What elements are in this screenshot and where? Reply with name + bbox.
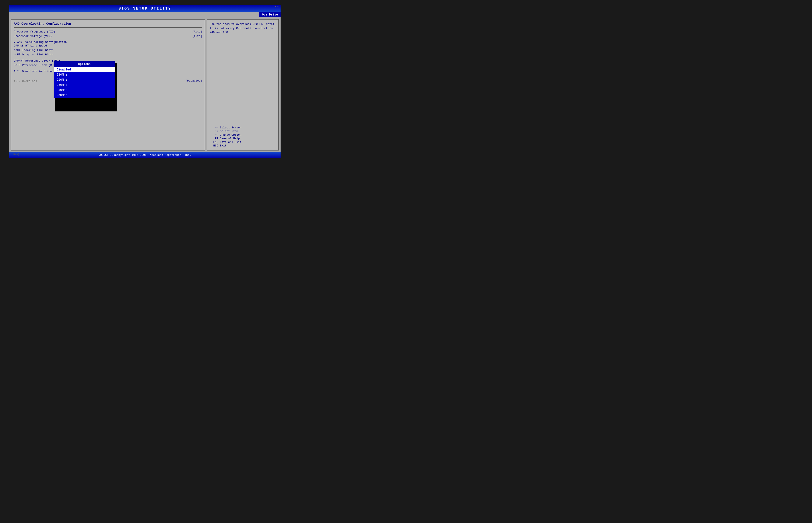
keybind-desc-help: General Help	[220, 137, 240, 140]
dropdown-option-230mhz[interactable]: 230Mhz	[54, 82, 115, 88]
main-content: AMD Overclocking Configuration Processor…	[9, 17, 281, 152]
keybind-key-plusminus: +-	[210, 133, 218, 137]
right-panel: Use the item to overclock CPU FSB Note: …	[207, 19, 279, 150]
keybind-key-esc: ESC	[210, 144, 218, 147]
processor-voltage-label: Processor Voltage (VID)	[14, 35, 52, 38]
dropdown-option-disabled[interactable]: Disabled	[54, 67, 115, 72]
processor-frequency-item[interactable]: Processor Frequency (FID) [Auto]	[14, 30, 202, 34]
processor-frequency-label: Processor Frequency (FID)	[14, 30, 55, 33]
options-dropdown[interactable]: Options Disabled 210Mhz 220Mhz 230Mhz 24…	[54, 61, 115, 98]
spacer2	[14, 57, 202, 59]
tab-row: OverDrive	[9, 12, 281, 17]
keybind-key-f10: F10	[210, 141, 218, 144]
keybind-desc-option: Change Option	[220, 133, 241, 137]
keybind-desc-item: Select Item	[220, 130, 238, 133]
bios-title: BIOS SETUP UTILITY	[9, 5, 281, 12]
keybind-select-screen: ←→ Select Screen	[210, 126, 276, 129]
screen: HDMI BIOS SETUP UTILITY OverDrive AMD Ov…	[9, 5, 281, 158]
ncht-incoming-link-width[interactable]: ncHT Incoming Link Width	[14, 48, 202, 52]
keybind-exit: ESC Exit	[210, 144, 276, 147]
keybind-key-f1: F1	[210, 137, 218, 140]
dropdown-option-240mhz[interactable]: 240Mhz	[54, 88, 115, 92]
ai-overclock-value: [Disabled]	[186, 79, 202, 84]
keybind-general-help: F1 General Help	[210, 137, 276, 140]
keybind-desc-save: Save and Exit	[220, 141, 241, 144]
hdmi-label: HDMI	[275, 5, 280, 8]
spacer1	[14, 39, 202, 40]
keybind-desc-screen: Select Screen	[220, 126, 241, 129]
ai-overclock-label: A.I. Overclock	[14, 79, 37, 83]
keybind-key-updown: ↑↓	[210, 130, 218, 133]
processor-frequency-value: [Auto]	[192, 30, 202, 33]
amd-overclock-submenu[interactable]: ▶ AMD Overclocking Configuration	[14, 40, 202, 44]
keybindings: ←→ Select Screen ↑↓ Select Item +- Chang…	[210, 126, 276, 147]
keybind-change-option: +- Change Option	[210, 133, 276, 137]
tab-overdrive[interactable]: OverDrive	[259, 12, 281, 17]
benq-logo: BenQ	[13, 153, 19, 156]
help-text: Use the item to overclock CPU FSB Note: …	[210, 22, 276, 126]
keybind-select-item: ↑↓ Select Item	[210, 129, 276, 133]
left-panel: AMD Overclocking Configuration Processor…	[11, 19, 205, 150]
monitor-bezel: HDMI BIOS SETUP UTILITY OverDrive AMD Ov…	[9, 5, 281, 158]
dropdown-option-210mhz[interactable]: 210Mhz	[54, 72, 115, 77]
processor-voltage-value: [Auto]	[192, 35, 202, 38]
cpu-nb-ht-link-speed[interactable]: CPU-NB HT Link Speed	[14, 44, 202, 48]
processor-voltage-item[interactable]: Processor Voltage (VID) [Auto]	[14, 34, 202, 38]
dropdown-title: Options	[54, 61, 115, 67]
dropdown-option-220mhz[interactable]: 220Mhz	[54, 77, 115, 82]
keybind-desc-exit: Exit	[220, 144, 226, 147]
section-title: AMD Overclocking Configuration	[14, 22, 202, 26]
footer-bar: v02.61 (C)Copyright 1985-2006, American …	[9, 152, 281, 158]
dropdown-option-250mhz[interactable]: 250Mhz	[54, 92, 115, 98]
ncht-outgoing-link-width[interactable]: ncHT Outgoing Link Width	[14, 53, 202, 57]
keybind-save-exit: F10 Save and Exit	[210, 140, 276, 144]
keybind-key-arrows: ←→	[210, 126, 218, 129]
